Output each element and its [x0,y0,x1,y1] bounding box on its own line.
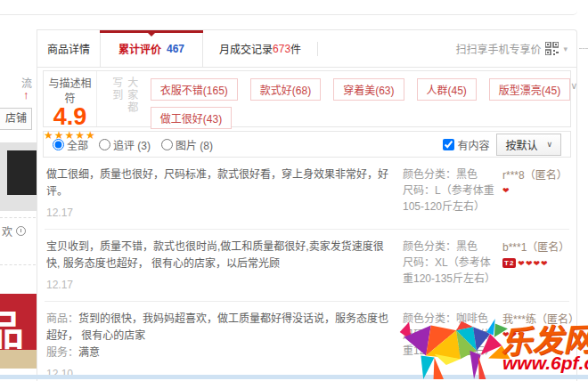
qr-promo-label: 扫扫享手机专享价 [455,41,541,56]
vip-hearts-icon: ❤❤❤❤ [518,259,548,268]
review-content: 宝贝收到，质量不错，款式也很时尚,做工和质量都很好,卖家发货速度很快, 服务态度… [46,239,396,294]
review-date: 12.17 [46,205,396,222]
t2-badge-icon: T2 [502,258,516,268]
filter-bar: 全部 追评 (3) 图片 (8) 有内容 按默认 ∨ [43,131,571,158]
review-tag[interactable]: 版型漂亮(45) [489,78,570,101]
username: r***8（匿名） [502,166,568,182]
review-tag[interactable]: 做工很好(43) [151,107,232,129]
divider [0,217,36,218]
review-text: 商品：货到的很快，我妈妈超喜欢，做工质量都好得没话说，服务态度也超好， 很有心的… [46,311,396,345]
tags-caption: 大家都写到 [110,77,140,121]
review-text: 宝贝收到，质量不错，款式也很时尚,做工和质量都很好,卖家发货速度很快, 服务态度… [46,239,396,272]
review-tag[interactable]: 衣服不错(165) [151,78,238,101]
review-user: b***1（匿名） T2 ❤❤❤❤ [502,239,568,294]
chevron-down-icon: ∨ [546,140,552,149]
vip-hearts-icon: ❤ [502,186,510,195]
radio-icon[interactable] [99,139,110,150]
filter-radio-pictures[interactable]: 图片 (8) [161,137,213,152]
seal-glyph: 品 [0,297,24,350]
score-block: 与描述相符 4.9 ★★★★★ [44,71,97,126]
page-bottom-divider [0,375,588,379]
review-text: 做工很细，质量也很好，尺码标准，款式很好看，穿上身效果非常好，好评。 [46,166,396,200]
sort-label: 按默认 [505,137,537,152]
review-row: 商品：货到的很快，我妈妈超喜欢，做工质量都好得没话说，服务态度也超好， 很有心的… [45,302,569,381]
username: b***1（匿名） [502,239,568,254]
review-content: 商品：货到的很快，我妈妈超喜欢，做工质量都好得没话说，服务态度也超好， 很有心的… [46,311,396,381]
promo-banner-footer [0,350,37,369]
rating-summary: 与描述相符 4.9 ★★★★★ 大家都写到 衣服不错(165) 款式好(68) … [43,70,571,127]
sku-color: 颜色分类：咖啡色 [403,311,497,327]
top-section-divider [0,0,577,15]
qr-code-icon [545,42,559,55]
rail-like-fragment[interactable]: 欢 [2,223,26,239]
tab-product-detail[interactable]: 商品详情 [37,30,100,67]
checkbox-icon[interactable] [443,139,454,150]
review-date: 12.17 [46,277,396,294]
has-content-checkbox[interactable]: 有内容 [443,137,489,152]
score-caption: 与描述相符 [44,75,96,105]
filter-radio-label: 追评 (3) [113,137,151,152]
tab-bar: 商品详情 累计评价 467 月成交记录 673 件 扫扫享手机专享价 [37,30,576,68]
review-sku: 颜色分类：黑色 尺码：XL（参考体重120-135斤左右） [403,239,497,294]
filter-right: 有内容 按默认 ∨ [443,134,561,156]
vip-hearts-icon: ❤❤❤ [502,330,526,339]
monthly-unit: 件 [290,41,301,56]
review-sku: 颜色分类：咖啡色 尺码：XL（参考体重120-135斤左右） [403,311,497,381]
promo-banner[interactable]: 品 [0,294,37,350]
tab-cumulative-reviews[interactable]: 累计评价 467 [100,30,203,67]
filter-radio-label: 全部 [67,137,88,152]
has-content-label: 有内容 [457,137,489,152]
review-tag[interactable]: 款式好(68) [250,78,321,101]
sku-size: 尺码：L（参考体重105-120斤左右） [403,182,497,215]
filter-radio-label: 图片 (8) [176,137,213,152]
review-field-label: 商品： [46,312,78,325]
monthly-count: 673 [273,43,290,55]
sku-size: 尺码：XL（参考体重120-135斤左右） [403,327,497,359]
review-content: 做工很细，质量也很好，尺码标准，款式很好看，穿上身效果非常好，好评。 12.17 [46,166,396,222]
dashed-line [579,48,588,49]
divider [0,264,36,265]
filter-radio-followup[interactable]: 追评 (3) [99,137,151,152]
review-tag[interactable]: 人群(45) [417,78,477,101]
thumbnail-image [7,150,37,195]
score-value: 4.9 [44,105,96,129]
product-thumbnail[interactable] [0,142,37,211]
arrow-up-icon: ↑ [23,88,29,101]
shop-button[interactable]: 店铺 [0,108,32,130]
review-field-label: 服务： [46,346,78,359]
like-label: 欢 [2,223,12,239]
divider [317,42,318,56]
tag-cloud: 衣服不错(165) 款式好(68) 穿着美(63) 人群(45) 版型漂亮(45… [151,71,570,126]
review-user: r***8（匿名） ❤ [502,166,568,222]
tab-monthly-sales[interactable]: 月成交记录 673 件 [219,30,301,67]
review-user: 我***练（匿名） ❤❤❤ [502,311,568,381]
radio-icon[interactable] [161,139,173,150]
review-service-line: 服务：满意 [46,345,396,361]
review-tag[interactable]: 穿着美(63) [333,78,404,101]
sort-dropdown[interactable]: 按默认 ∨ [496,134,561,156]
chevron-down-icon[interactable]: ∨ [570,71,577,126]
sku-color: 颜色分类：黑色 [403,166,497,182]
review-row: 宝贝收到，质量不错，款式也很时尚,做工和质量都很好,卖家发货速度很快, 服务态度… [45,230,569,302]
review-panel: 商品详情 累计评价 467 月成交记录 673 件 扫扫享手机专享价 [37,29,577,381]
tab-label: 累计评价 [118,41,161,56]
filter-radio-group: 全部 追评 (3) 图片 (8) [53,137,213,152]
sku-color: 颜色分类：黑色 [403,239,497,255]
review-row: 做工很细，质量也很好，尺码标准，款式很好看，穿上身效果非常好，好评。 12.17… [45,158,569,230]
review-count: 467 [167,43,184,55]
tab-label: 月成交记录 [219,41,273,56]
clock-icon [16,226,26,236]
sku-size: 尺码：XL（参考体重120-135斤左右） [403,255,497,287]
username: 我***练（匿名） [502,311,568,326]
chevron-down-icon: ▾ [563,45,568,53]
qr-promo[interactable]: 扫扫享手机专享价 ▾ [455,30,576,67]
radio-icon[interactable] [53,139,64,150]
review-list: 做工很细，质量也很好，尺码标准，款式很好看，穿上身效果非常好，好评。 12.17… [37,158,576,381]
filter-radio-all[interactable]: 全部 [53,137,88,152]
review-sku: 颜色分类：黑色 尺码：L（参考体重105-120斤左右） [403,166,497,222]
